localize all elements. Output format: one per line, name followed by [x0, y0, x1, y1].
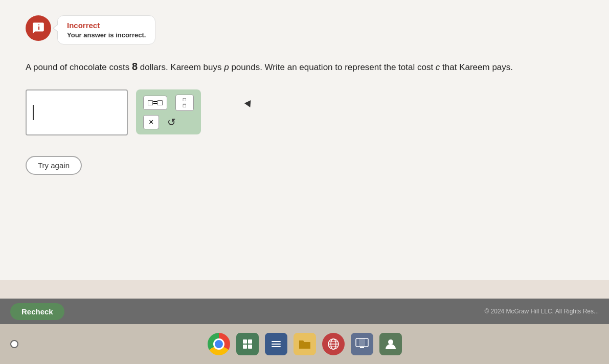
grid-icon[interactable] — [236, 333, 259, 355]
svg-point-16 — [388, 339, 393, 345]
equation-symbol: □=□ — [148, 98, 163, 107]
problem-number: 8 — [132, 61, 138, 72]
chrome-icon[interactable] — [208, 333, 230, 355]
svg-rect-2 — [243, 345, 247, 349]
lines-icon[interactable] — [265, 333, 287, 355]
display-icon[interactable] — [351, 333, 373, 355]
incorrect-text-bubble: Incorrect Your answer is incorrect. — [57, 15, 155, 44]
person-icon[interactable] — [379, 333, 402, 355]
message-icon — [32, 21, 45, 35]
incorrect-sublabel: Your answer is incorrect. — [67, 31, 146, 39]
try-again-button[interactable]: Try again — [26, 156, 82, 175]
equation-btn[interactable]: □=□ — [143, 96, 167, 110]
taskbar-radio[interactable] — [10, 340, 18, 348]
clear-btn[interactable]: × — [143, 115, 159, 129]
math-toolbar: □=□ □ □ × ↺ — [136, 89, 201, 134]
svg-rect-5 — [272, 344, 281, 345]
recheck-button[interactable]: Recheck — [10, 303, 64, 320]
problem-text: A pound of chocolate costs 8 dollars. Ka… — [26, 59, 583, 74]
incorrect-label: Incorrect — [67, 21, 146, 30]
math-toolbar-row-2: × ↺ — [143, 115, 194, 129]
taskbar — [0, 324, 609, 364]
svg-rect-0 — [243, 339, 247, 344]
incorrect-bubble: Incorrect Your answer is incorrect. — [26, 15, 583, 44]
incorrect-icon — [26, 15, 51, 41]
globe-icon[interactable] — [322, 333, 345, 355]
svg-rect-3 — [248, 345, 252, 349]
problem-text-middle: dollars. Kareem buys p pounds. Write an … — [140, 62, 513, 72]
svg-rect-13 — [359, 338, 365, 347]
copyright-text: © 2024 McGraw Hill LLC. All Rights Res..… — [484, 308, 599, 315]
main-content: Incorrect Your answer is incorrect. A po… — [0, 0, 609, 280]
fraction-btn[interactable]: □ □ — [175, 95, 194, 111]
answer-area: □=□ □ □ × ↺ — [26, 89, 583, 135]
problem-text-before: A pound of chocolate costs — [26, 62, 129, 72]
try-again-container: Try again — [26, 156, 583, 183]
svg-rect-4 — [272, 341, 281, 342]
svg-rect-1 — [248, 339, 252, 344]
fraction-symbol: □ □ — [183, 97, 186, 108]
undo-btn[interactable]: ↺ — [167, 116, 176, 128]
svg-rect-6 — [272, 346, 281, 347]
math-toolbar-row-1: □=□ □ □ — [143, 95, 194, 111]
folder-icon[interactable] — [294, 333, 316, 355]
text-cursor — [33, 105, 34, 120]
answer-input-box[interactable] — [26, 89, 128, 135]
bottom-bar: Recheck © 2024 McGraw Hill LLC. All Righ… — [0, 299, 609, 324]
